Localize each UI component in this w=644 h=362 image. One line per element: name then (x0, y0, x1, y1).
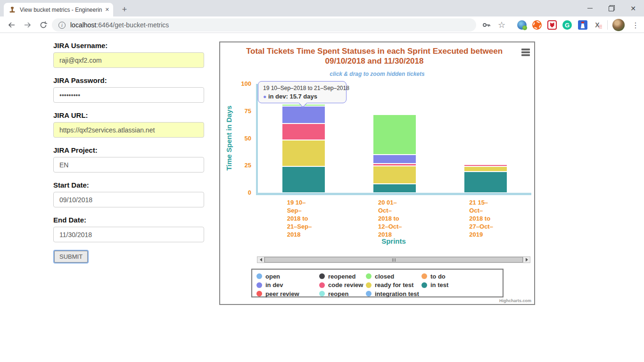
legend-item-reopened[interactable]: reopened (319, 273, 366, 280)
bar-segment-ready-for-test[interactable] (464, 166, 507, 172)
toolbar-divider (607, 20, 608, 30)
legend: openreopenedclosedto doin devcode review… (251, 269, 504, 297)
reload-button[interactable] (37, 18, 50, 32)
back-arrow-icon (8, 21, 16, 29)
tooltip-series-marker: ● (263, 93, 266, 100)
legend-item-to-do[interactable]: to do (421, 273, 503, 280)
scrollbar-track[interactable] (264, 256, 523, 263)
legend-item-code-review[interactable]: code review (319, 281, 366, 288)
y-tick-label: 25 (220, 162, 251, 169)
shield-icon (547, 20, 557, 30)
jira-project-field[interactable] (53, 157, 204, 173)
legend-label: reopened (328, 273, 356, 280)
extension-globe-icon[interactable] (517, 20, 527, 30)
bar-segment-ready-for-test[interactable] (373, 166, 416, 184)
start-date-field[interactable] (53, 192, 204, 207)
restore-icon (609, 5, 615, 11)
reload-icon (40, 21, 47, 29)
window-minimize-button[interactable] (579, 0, 601, 16)
legend-swatch (366, 282, 372, 288)
legend-label: to do (430, 273, 446, 280)
bar-segment-in-test[interactable] (282, 166, 325, 193)
extension-shield-icon[interactable] (547, 20, 557, 30)
legend-item-open[interactable]: open (256, 273, 319, 280)
jira-password-field[interactable] (53, 87, 204, 103)
jira-metrics-form: JIRA Username: JIRA Password: JIRA URL: … (53, 41, 204, 263)
new-tab-button[interactable]: + (118, 3, 131, 16)
bar-segment-in-test[interactable] (464, 172, 507, 193)
extension-lighthouse-icon[interactable] (578, 20, 588, 30)
submit-button[interactable]: SUBMIT (54, 251, 88, 263)
legend-label: integration test (375, 290, 419, 297)
scrollbar-right-arrow[interactable] (523, 256, 530, 263)
bar-segment-in-dev[interactable] (282, 106, 325, 123)
bar-segment-ready-for-test[interactable] (282, 140, 325, 166)
bar-segment-in-test[interactable] (373, 184, 416, 193)
extension-xpath-icon[interactable]: X (592, 20, 603, 30)
address-bar[interactable]: i localhost:6464/get-bucket-metrics (52, 18, 476, 32)
y-tick-label: 100 (220, 80, 251, 87)
legend-swatch (421, 282, 427, 288)
x-axis-label: 19 10– Sep– 2018 to 21–Sep– 2018 (287, 198, 321, 239)
browser-tab[interactable]: View bucket metrics - Engineerin ✕ (4, 3, 113, 16)
stacked-bar[interactable] (373, 115, 416, 193)
y-tick-label: 50 (220, 135, 251, 142)
browser-toolbar: i localhost:6464/get-bucket-metrics ☆ G … (0, 16, 644, 33)
legend-swatch (319, 291, 325, 296)
globe-icon (517, 20, 527, 30)
jira-username-field[interactable] (53, 52, 204, 68)
browser-tab-bar: View bucket metrics - Engineerin ✕ + ✕ (0, 0, 644, 16)
legend-label: open (265, 273, 280, 280)
start-date-label: Start Date: (53, 181, 204, 189)
window-restore-button[interactable] (601, 0, 622, 16)
stacked-bar[interactable] (464, 165, 507, 193)
legend-label: code review (328, 281, 363, 288)
bookmark-star-icon[interactable]: ☆ (496, 20, 507, 30)
legend-label: closed (375, 273, 394, 280)
page-info-icon[interactable]: i (58, 22, 66, 29)
saved-password-key-icon[interactable] (481, 20, 492, 30)
chart-menu-hamburger-icon[interactable] (521, 49, 530, 57)
legend-item-in-test[interactable]: in test (421, 281, 503, 288)
profile-avatar[interactable] (612, 19, 625, 31)
legend-swatch (256, 282, 262, 288)
tab-title: View bucket metrics - Engineerin (20, 7, 102, 13)
grammarly-icon: G (562, 20, 572, 30)
extension-grammarly-icon[interactable]: G (562, 20, 572, 30)
forward-button[interactable] (21, 18, 34, 32)
jira-url-field[interactable] (53, 122, 204, 138)
url-text: localhost:6464/get-bucket-metrics (70, 21, 169, 29)
legend-swatch (256, 291, 262, 296)
jira-password-label: JIRA Password: (53, 76, 204, 84)
chart-scrollbar[interactable] (257, 256, 530, 263)
legend-swatch (319, 282, 325, 288)
back-button[interactable] (5, 18, 18, 32)
legend-swatch (319, 273, 325, 279)
legend-item-reopen[interactable]: reopen (319, 290, 366, 297)
stacked-bar[interactable] (282, 104, 325, 193)
bar-segment-code-review[interactable] (282, 123, 325, 140)
end-date-field[interactable] (53, 227, 204, 242)
tooltip-header: 19 10–Sep–2018 to 21–Sep–2018 (263, 85, 341, 91)
legend-label: in test (430, 281, 448, 288)
forward-arrow-icon (24, 21, 32, 29)
bar-segment-in-dev[interactable] (373, 155, 416, 164)
minimize-icon (587, 8, 593, 8)
jira-url-label: JIRA URL: (53, 111, 204, 119)
browser-menu-button[interactable]: ⋮ (630, 20, 641, 30)
end-date-label: End Date: (53, 216, 204, 224)
legend-swatch (421, 273, 427, 279)
legend-item-integration-test[interactable]: integration test (366, 290, 421, 297)
scrollbar-left-arrow[interactable] (257, 256, 264, 263)
tab-close-icon[interactable]: ✕ (105, 7, 109, 13)
bar-segment-closed[interactable] (373, 115, 416, 155)
legend-item-closed[interactable]: closed (366, 273, 421, 280)
scrollbar-thumb[interactable] (264, 257, 523, 263)
window-close-button[interactable]: ✕ (622, 0, 644, 16)
extension-shutter-icon[interactable] (532, 20, 542, 30)
legend-item-ready-for-test[interactable]: ready for test (366, 281, 421, 288)
legend-label: reopen (328, 290, 348, 297)
legend-item-peer-review[interactable]: peer review (256, 290, 319, 297)
legend-item-in-dev[interactable]: in dev (256, 281, 319, 288)
highcharts-credit[interactable]: Highcharts.com (499, 298, 531, 303)
